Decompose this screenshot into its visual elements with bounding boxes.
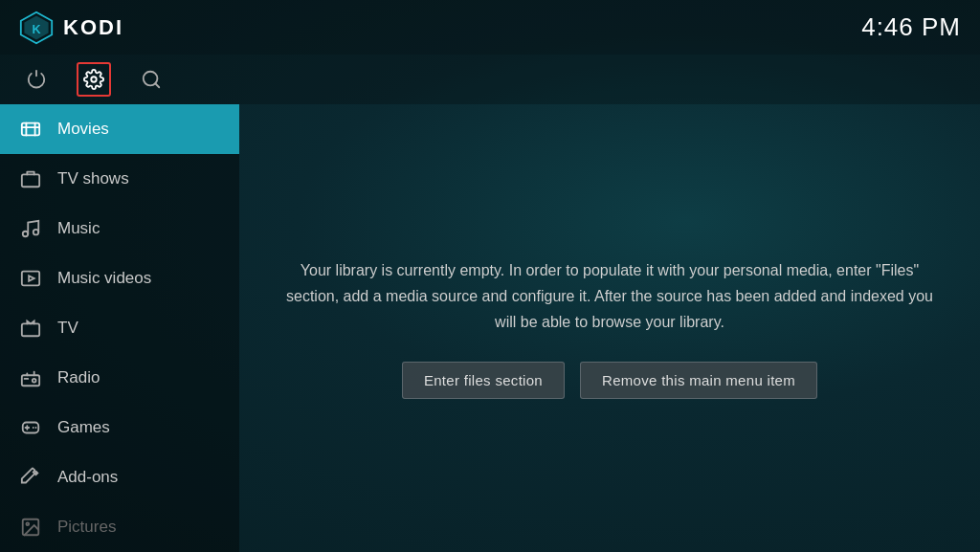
sidebar-item-tv-shows-label: TV shows	[57, 169, 129, 188]
sidebar-item-radio-label: Radio	[57, 368, 100, 387]
enter-files-section-button[interactable]: Enter files section	[402, 362, 565, 399]
power-icon	[26, 69, 47, 90]
svg-rect-6	[22, 123, 39, 136]
games-icon	[19, 416, 42, 439]
svg-point-13	[33, 379, 36, 383]
svg-line-5	[155, 83, 159, 87]
icon-bar	[0, 55, 980, 104]
sidebar-item-games[interactable]: Games	[0, 403, 239, 453]
kodi-logo-icon: K	[19, 11, 54, 45]
tv-shows-icon	[19, 167, 42, 190]
sidebar-item-tv-label: TV	[57, 319, 78, 338]
svg-point-9	[33, 230, 39, 235]
svg-rect-7	[22, 174, 39, 187]
sidebar-item-pictures-label: Pictures	[57, 518, 116, 537]
sidebar-item-music-label: Music	[57, 219, 100, 238]
search-icon	[141, 69, 162, 90]
power-button[interactable]	[19, 62, 54, 97]
music-videos-icon	[19, 267, 42, 290]
sidebar-item-music-videos-label: Music videos	[57, 269, 151, 288]
svg-rect-10	[22, 272, 39, 286]
svg-point-8	[23, 232, 29, 237]
sidebar-item-music-videos[interactable]: Music videos	[0, 254, 239, 303]
svg-rect-11	[22, 323, 39, 336]
search-button[interactable]	[134, 62, 168, 97]
pictures-icon	[19, 516, 42, 539]
logo-area: K KODI	[19, 11, 123, 45]
sidebar-item-add-ons-label: Add-ons	[57, 468, 118, 487]
app-title: KODI	[63, 15, 123, 40]
gear-icon	[83, 69, 104, 90]
sidebar: Movies TV shows	[0, 104, 239, 552]
empty-library-message: Your library is currently empty. In orde…	[278, 257, 942, 336]
sidebar-item-add-ons[interactable]: Add-ons	[0, 453, 239, 502]
svg-point-3	[91, 77, 97, 82]
music-icon	[19, 217, 42, 240]
content-box: Your library is currently empty. In orde…	[278, 257, 942, 400]
sidebar-item-games-label: Games	[57, 418, 110, 437]
tv-icon	[19, 317, 42, 340]
sidebar-item-movies-label: Movies	[57, 120, 109, 139]
sidebar-item-tv[interactable]: TV	[0, 303, 239, 353]
sidebar-item-music[interactable]: Music	[0, 204, 239, 254]
sidebar-item-radio[interactable]: Radio	[0, 353, 239, 403]
top-bar: K KODI 4:46 PM	[0, 0, 980, 55]
svg-text:K: K	[32, 22, 40, 35]
main-content: Your library is currently empty. In orde…	[239, 104, 980, 552]
svg-point-16	[26, 522, 29, 525]
settings-button[interactable]	[77, 62, 111, 97]
body-row: Movies TV shows	[0, 104, 980, 552]
content-actions: Enter files section Remove this main men…	[278, 362, 942, 399]
sidebar-item-pictures[interactable]: Pictures	[0, 502, 239, 552]
movies-icon	[19, 118, 42, 141]
sidebar-item-tv-shows[interactable]: TV shows	[0, 154, 239, 204]
radio-icon	[19, 366, 42, 389]
remove-menu-item-button[interactable]: Remove this main menu item	[580, 362, 817, 399]
clock: 4:46 PM	[861, 12, 961, 42]
add-ons-icon	[19, 466, 42, 489]
sidebar-item-movies[interactable]: Movies	[0, 104, 239, 154]
